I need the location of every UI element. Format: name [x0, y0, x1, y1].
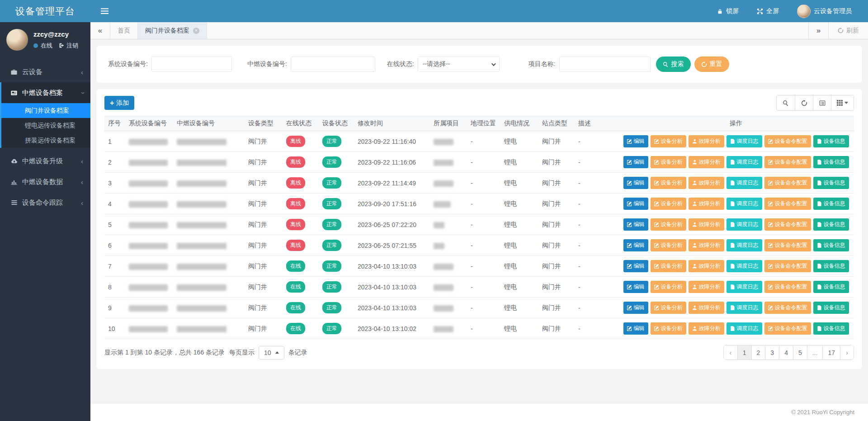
device-analysis-button[interactable]: 设备分析 — [651, 198, 686, 210]
fault-analysis-button[interactable]: 故障分析 — [689, 156, 724, 168]
user-menu[interactable]: 云设备管理员 — [797, 5, 852, 18]
edit-button[interactable]: 编辑 — [623, 218, 648, 231]
edit-button[interactable]: 编辑 — [623, 322, 648, 335]
device-analysis-button[interactable]: 设备分析 — [651, 281, 686, 293]
fault-analysis-button[interactable]: 故障分析 — [689, 198, 724, 210]
page-17-button[interactable]: 17 — [822, 345, 840, 360]
dispatch-log-button[interactable]: 调度日志 — [726, 177, 762, 189]
sidebar-item-cloud-device[interactable]: 云设备 ‹ — [0, 61, 90, 82]
dispatch-log-button[interactable]: 调度日志 — [726, 218, 762, 231]
device-analysis-button[interactable]: 设备分析 — [651, 156, 686, 168]
dispatch-log-button[interactable]: 调度日志 — [726, 322, 762, 335]
search-button[interactable]: 搜索 — [656, 57, 691, 72]
logout-button[interactable]: 注销 — [59, 42, 78, 50]
zr-device-code-input[interactable] — [291, 57, 375, 72]
dispatch-log-button[interactable]: 调度日志 — [726, 156, 762, 168]
tabs-scroll-right-button[interactable]: » — [808, 22, 828, 39]
device-command-config-button[interactable]: 设备命令配置 — [764, 281, 811, 293]
device-analysis-button[interactable]: 设备分析 — [651, 218, 686, 231]
fault-analysis-button[interactable]: 故障分析 — [689, 302, 724, 314]
fault-analysis-button[interactable]: 故障分析 — [689, 322, 724, 335]
device-command-config-button[interactable]: 设备命令配置 — [764, 322, 811, 335]
sidebar-item-device-upgrade[interactable]: 中燃设备升级 ‹ — [0, 151, 90, 171]
device-info-button[interactable]: 设备信息 — [813, 302, 849, 314]
device-analysis-button[interactable]: 设备分析 — [651, 322, 686, 335]
tab-home[interactable]: 首页 — [110, 22, 138, 39]
edit-button[interactable]: 编辑 — [623, 260, 648, 272]
sidebar-item-device-command-trace[interactable]: 设备命令跟踪 ‹ — [0, 192, 90, 213]
table-columns-button[interactable] — [831, 95, 854, 110]
device-info-button[interactable]: 设备信息 — [813, 198, 849, 210]
edit-button[interactable]: 编辑 — [623, 156, 648, 168]
edit-button[interactable]: 编辑 — [623, 302, 648, 314]
device-info-button[interactable]: 设备信息 — [813, 260, 849, 272]
device-analysis-button[interactable]: 设备分析 — [651, 302, 686, 314]
page-3-button[interactable]: 3 — [765, 345, 779, 360]
sidebar-toggle-button[interactable] — [90, 0, 118, 22]
device-info-button[interactable]: 设备信息 — [813, 239, 849, 251]
project-name-input[interactable] — [559, 57, 651, 72]
sidebar-item-device-archive[interactable]: 中燃设备档案 ‹ — [1, 82, 90, 103]
device-command-config-button[interactable]: 设备命令配置 — [764, 302, 811, 314]
device-analysis-button[interactable]: 设备分析 — [651, 260, 686, 272]
device-info-button[interactable]: 设备信息 — [813, 218, 849, 231]
device-info-button[interactable]: 设备信息 — [813, 156, 849, 168]
fault-analysis-button[interactable]: 故障分析 — [689, 177, 724, 189]
table-search-button[interactable] — [777, 95, 795, 110]
fault-analysis-button[interactable]: 故障分析 — [689, 218, 724, 231]
add-button[interactable]: + 添加 — [104, 96, 134, 110]
device-analysis-button[interactable]: 设备分析 — [651, 239, 686, 251]
tabs-scroll-left-button[interactable]: « — [90, 22, 110, 39]
device-info-button[interactable]: 设备信息 — [813, 177, 849, 189]
device-command-config-button[interactable]: 设备命令配置 — [764, 177, 811, 189]
edit-button[interactable]: 编辑 — [623, 239, 648, 251]
sidebar-item-valve-well-archive[interactable]: 阀门井设备档案 — [1, 103, 90, 118]
lock-screen-button[interactable]: 锁屏 — [717, 7, 739, 15]
fault-analysis-button[interactable]: 故障分析 — [689, 260, 724, 272]
fullscreen-button[interactable]: 全屏 — [757, 7, 779, 15]
device-status-badge: 正常 — [322, 177, 341, 189]
sidebar-item-device-data[interactable]: 中燃设备数据 ‹ — [0, 171, 90, 192]
device-analysis-button[interactable]: 设备分析 — [651, 135, 686, 147]
dispatch-log-button[interactable]: 调度日志 — [726, 135, 762, 147]
device-command-config-button[interactable]: 设备命令配置 — [764, 198, 811, 210]
dispatch-log-button[interactable]: 调度日志 — [726, 302, 762, 314]
dispatch-log-button[interactable]: 调度日志 — [726, 281, 762, 293]
system-device-code-input[interactable] — [151, 57, 232, 72]
dispatch-log-button[interactable]: 调度日志 — [726, 198, 762, 210]
close-icon[interactable]: × — [193, 28, 199, 34]
tab-refresh-button[interactable]: 刷新 — [828, 22, 868, 39]
dispatch-log-button[interactable]: 调度日志 — [726, 260, 762, 272]
device-info-button[interactable]: 设备信息 — [813, 322, 849, 335]
sidebar-item-lithium-remote-archive[interactable]: 锂电远传设备档案 — [1, 118, 90, 133]
fault-analysis-button[interactable]: 故障分析 — [689, 239, 724, 251]
dispatch-log-button[interactable]: 调度日志 — [726, 239, 762, 251]
reset-button[interactable]: 重置 — [694, 57, 729, 72]
device-analysis-button[interactable]: 设备分析 — [651, 177, 686, 189]
page-5-button[interactable]: 5 — [793, 345, 807, 360]
edit-button[interactable]: 编辑 — [623, 198, 648, 210]
edit-button[interactable]: 编辑 — [623, 135, 648, 147]
table-detail-view-button[interactable] — [813, 95, 831, 110]
page-1-button[interactable]: 1 — [737, 345, 751, 360]
device-info-button[interactable]: 设备信息 — [813, 135, 849, 147]
per-page-select[interactable]: 10 — [259, 346, 284, 360]
page-prev-button[interactable]: ‹ — [724, 345, 737, 360]
edit-button[interactable]: 编辑 — [623, 177, 648, 189]
online-status-select[interactable]: --请选择-- — [418, 57, 500, 72]
page-4-button[interactable]: 4 — [779, 345, 793, 360]
page-2-button[interactable]: 2 — [751, 345, 765, 360]
table-refresh-button[interactable] — [795, 95, 813, 110]
page-next-button[interactable]: › — [840, 345, 854, 360]
device-info-button[interactable]: 设备信息 — [813, 281, 849, 293]
device-command-config-button[interactable]: 设备命令配置 — [764, 135, 811, 147]
sidebar-item-assembled-remote-archive[interactable]: 拼装远传设备档案 — [1, 133, 90, 148]
fault-analysis-button[interactable]: 故障分析 — [689, 281, 724, 293]
device-command-config-button[interactable]: 设备命令配置 — [764, 218, 811, 231]
fault-analysis-button[interactable]: 故障分析 — [689, 135, 724, 147]
device-command-config-button[interactable]: 设备命令配置 — [764, 239, 811, 251]
edit-button[interactable]: 编辑 — [623, 281, 648, 293]
tab-valve-well-archive[interactable]: 阀门井设备档案 × — [138, 22, 207, 39]
device-command-config-button[interactable]: 设备命令配置 — [764, 156, 811, 168]
device-command-config-button[interactable]: 设备命令配置 — [764, 260, 811, 272]
